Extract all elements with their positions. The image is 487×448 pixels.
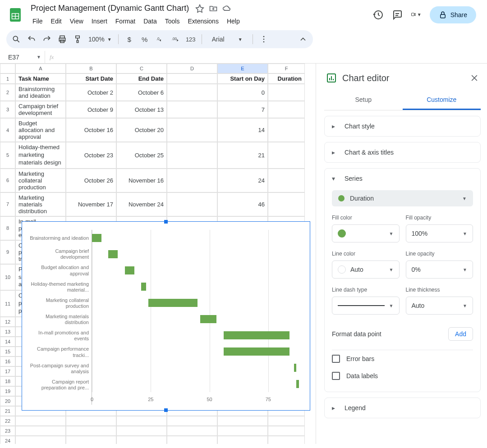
font-select[interactable]: Arial▼	[208, 36, 246, 43]
row-header[interactable]: 20	[0, 396, 15, 406]
search-icon[interactable]	[12, 35, 21, 44]
data-labels-checkbox[interactable]: Data labels	[332, 367, 473, 384]
tab-setup[interactable]: Setup	[324, 91, 403, 110]
decrease-decimal-icon[interactable]: .0	[156, 35, 165, 44]
cell[interactable]	[167, 101, 217, 118]
cell[interactable]: Budget allocation and approval	[15, 118, 66, 142]
section-legend[interactable]: ▸Legend	[324, 398, 481, 418]
cell[interactable]: November 24	[116, 192, 167, 216]
cell[interactable]: Start on Day	[217, 73, 268, 84]
cell[interactable]	[217, 426, 268, 436]
line-color-select[interactable]: Auto▼	[332, 261, 400, 279]
cell[interactable]	[15, 426, 66, 436]
menu-insert[interactable]: Insert	[88, 16, 111, 27]
fill-opacity-select[interactable]: 100%▼	[406, 224, 473, 242]
cell[interactable]: Task Name	[15, 73, 66, 84]
cell[interactable]	[167, 416, 217, 426]
cell[interactable]	[268, 426, 305, 436]
percent-icon[interactable]: %	[140, 35, 149, 44]
cell[interactable]: October 26	[66, 169, 116, 192]
row-header[interactable]: 1	[0, 73, 15, 84]
comments-icon[interactable]	[392, 9, 403, 20]
row-header[interactable]: 4	[0, 118, 15, 142]
chart-handle-top[interactable]	[164, 220, 168, 224]
row-header[interactable]: 19	[0, 386, 15, 396]
chart-handle-bottom[interactable]	[164, 408, 168, 412]
cell[interactable]	[217, 436, 268, 444]
close-icon[interactable]	[470, 73, 479, 82]
cell[interactable]	[116, 436, 167, 444]
cell[interactable]	[167, 192, 217, 216]
row-header[interactable]: 24	[0, 436, 15, 444]
cell[interactable]	[167, 169, 217, 192]
embedded-chart[interactable]: Brainstorming and ideationCampaign brief…	[22, 221, 310, 411]
row-header[interactable]: 23	[0, 426, 15, 436]
cell[interactable]: 24	[217, 169, 268, 192]
cell[interactable]: 46	[217, 192, 268, 216]
cell[interactable]: End Date	[116, 73, 167, 84]
row-header[interactable]: 21	[0, 406, 15, 416]
col-header-D[interactable]: D	[167, 64, 217, 73]
paint-format-icon[interactable]	[73, 35, 82, 44]
error-bars-checkbox[interactable]: Error bars	[332, 350, 473, 367]
zoom-select[interactable]: 100%▼	[88, 36, 112, 43]
cell[interactable]: November 16	[116, 169, 167, 192]
cell[interactable]	[167, 142, 217, 169]
cell[interactable]: October 23	[66, 142, 116, 169]
undo-icon[interactable]	[27, 35, 36, 44]
collapse-toolbar-icon[interactable]	[299, 35, 308, 44]
row-header[interactable]: 16	[0, 357, 15, 366]
menu-view[interactable]: View	[66, 16, 87, 27]
series-selector[interactable]: Duration ▼	[332, 190, 473, 206]
menu-data[interactable]: Data	[140, 16, 161, 27]
row-header[interactable]: 2	[0, 84, 15, 101]
cell[interactable]: 21	[217, 142, 268, 169]
select-all-cell[interactable]	[0, 64, 15, 73]
menu-file[interactable]: File	[29, 16, 46, 27]
sheets-app-icon[interactable]	[6, 6, 24, 24]
cell[interactable]	[268, 84, 305, 101]
cell[interactable]: October 9	[66, 101, 116, 118]
cell[interactable]	[15, 436, 66, 444]
line-dash-select[interactable]: ▼	[332, 297, 400, 315]
cell[interactable]: Start Date	[66, 73, 116, 84]
cell[interactable]	[66, 416, 116, 426]
cell[interactable]	[15, 416, 66, 426]
cell[interactable]	[268, 436, 305, 444]
menu-extensions[interactable]: Extensions	[184, 16, 222, 27]
cell[interactable]	[217, 416, 268, 426]
increase-decimal-icon[interactable]: .00	[171, 35, 180, 44]
menu-edit[interactable]: Edit	[47, 16, 65, 27]
format-123-icon[interactable]: 123	[186, 35, 195, 44]
cell[interactable]: Marketing materials distribution	[15, 192, 66, 216]
row-header[interactable]: 10	[0, 264, 15, 291]
menu-format[interactable]: Format	[112, 16, 139, 27]
line-thickness-select[interactable]: Auto▼	[406, 297, 473, 315]
row-header[interactable]: 13	[0, 327, 15, 337]
cloud-icon[interactable]	[222, 4, 231, 13]
cell[interactable]: October 6	[116, 84, 167, 101]
row-header[interactable]: 18	[0, 376, 15, 386]
col-header-C[interactable]: C	[116, 64, 167, 73]
redo-icon[interactable]	[42, 35, 51, 44]
section-series-header[interactable]: ▾Series	[325, 169, 480, 188]
cell[interactable]: 14	[217, 118, 268, 142]
col-header-E[interactable]: E	[217, 64, 268, 73]
cell[interactable]	[116, 416, 167, 426]
section-chart-style[interactable]: ▸Chart style	[324, 116, 481, 137]
doc-title[interactable]: Project Management (Dynamic Gantt Chart)	[29, 3, 191, 14]
row-header[interactable]: 11	[0, 290, 15, 317]
cell[interactable]: October 20	[116, 118, 167, 142]
row-header[interactable]: 17	[0, 366, 15, 376]
cell[interactable]	[167, 84, 217, 101]
cell[interactable]	[268, 118, 305, 142]
history-icon[interactable]	[373, 9, 384, 20]
cell[interactable]	[167, 73, 217, 84]
cell[interactable]: October 2	[66, 84, 116, 101]
col-header-B[interactable]: B	[66, 64, 116, 73]
row-header[interactable]: 15	[0, 347, 15, 357]
cell[interactable]: Brainstorming and ideation	[15, 84, 66, 101]
cell[interactable]: November 17	[66, 192, 116, 216]
cell[interactable]	[268, 416, 305, 426]
cell[interactable]: Marketing collateral production	[15, 169, 66, 192]
